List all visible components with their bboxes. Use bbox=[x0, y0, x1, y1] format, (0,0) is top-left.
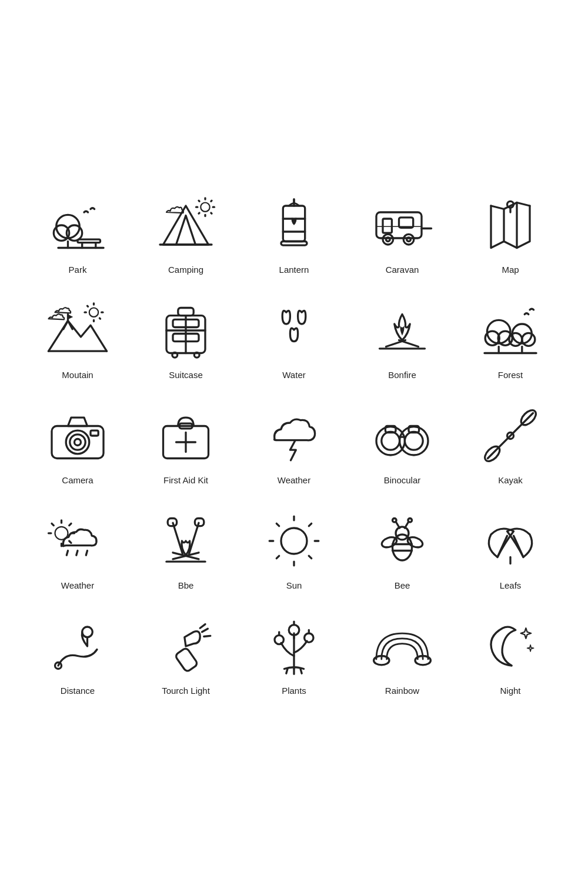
camera-icon bbox=[45, 403, 110, 468]
svg-line-99 bbox=[189, 523, 199, 554]
icon-item-weather-cloud: Weather bbox=[24, 497, 132, 596]
icon-item-plants: Plants bbox=[240, 602, 348, 701]
svg-line-93 bbox=[69, 541, 71, 543]
icon-item-rainbow: Rainbow bbox=[348, 602, 456, 701]
svg-point-127 bbox=[82, 627, 93, 637]
weather-cloud-icon bbox=[45, 509, 110, 573]
icon-item-map: Map bbox=[456, 181, 564, 280]
distance-label: Distance bbox=[61, 686, 95, 696]
bonfire-label: Bonfire bbox=[388, 370, 416, 380]
bbe-label: Bbe bbox=[178, 580, 194, 590]
rainbow-icon bbox=[370, 614, 435, 679]
weather-storm-icon bbox=[262, 403, 326, 468]
icon-item-camera: Camera bbox=[24, 392, 132, 491]
svg-line-131 bbox=[204, 636, 211, 636]
svg-point-70 bbox=[75, 439, 81, 445]
svg-rect-47 bbox=[178, 308, 193, 315]
icon-item-water: Water bbox=[240, 286, 348, 386]
svg-line-125 bbox=[514, 536, 524, 557]
svg-point-65 bbox=[522, 333, 535, 346]
icon-item-bbe: Bbe bbox=[132, 497, 240, 596]
sun-label: Sun bbox=[286, 580, 302, 590]
icon-item-park: Park bbox=[24, 181, 132, 280]
torch-icon bbox=[153, 614, 218, 679]
kayak-icon bbox=[478, 403, 543, 468]
icon-item-kayak: Kayak bbox=[456, 392, 564, 491]
svg-line-111 bbox=[309, 556, 311, 558]
camping-label: Camping bbox=[168, 265, 203, 275]
svg-line-118 bbox=[396, 522, 400, 528]
svg-line-92 bbox=[52, 523, 54, 525]
icon-item-sun: Sun bbox=[240, 497, 348, 596]
svg-point-37 bbox=[89, 308, 98, 316]
firstaid-icon bbox=[153, 403, 218, 468]
svg-line-94 bbox=[69, 523, 71, 525]
svg-line-96 bbox=[76, 550, 78, 555]
svg-line-17 bbox=[211, 201, 212, 201]
leafs-label: Leafs bbox=[500, 580, 522, 590]
bonfire-icon bbox=[370, 298, 435, 363]
svg-point-77 bbox=[382, 432, 400, 450]
icon-item-binocular: Binocular bbox=[348, 392, 456, 491]
camera-label: Camera bbox=[62, 475, 93, 485]
water-label: Water bbox=[282, 370, 305, 380]
svg-line-97 bbox=[86, 550, 87, 555]
map-icon bbox=[478, 193, 543, 258]
suitcase-icon bbox=[153, 298, 218, 363]
svg-line-83 bbox=[488, 413, 533, 458]
svg-point-139 bbox=[305, 633, 313, 642]
icon-item-bonfire: Bonfire bbox=[348, 286, 456, 386]
svg-point-31 bbox=[407, 237, 411, 241]
icon-item-firstaid: First Aid Kit bbox=[132, 392, 240, 491]
svg-line-132 bbox=[202, 629, 208, 632]
svg-point-122 bbox=[380, 535, 398, 549]
bee-icon bbox=[370, 509, 435, 573]
mountain-icon bbox=[45, 298, 110, 363]
svg-point-119 bbox=[393, 518, 397, 522]
icon-grid: Park Camp bbox=[0, 146, 588, 737]
svg-point-9 bbox=[201, 202, 209, 211]
lantern-icon bbox=[262, 193, 326, 258]
svg-line-56 bbox=[399, 340, 419, 346]
svg-point-69 bbox=[70, 434, 85, 449]
svg-line-43 bbox=[99, 318, 100, 319]
svg-marker-8 bbox=[163, 206, 209, 245]
svg-line-16 bbox=[199, 213, 199, 213]
svg-point-121 bbox=[408, 518, 412, 522]
rainbow-label: Rainbow bbox=[385, 686, 419, 696]
lantern-label: Lantern bbox=[279, 265, 309, 275]
svg-point-105 bbox=[281, 528, 307, 554]
svg-line-124 bbox=[497, 536, 507, 557]
leafs-icon bbox=[478, 509, 543, 573]
svg-point-117 bbox=[396, 526, 409, 539]
svg-point-53 bbox=[194, 352, 199, 358]
mountain-label: Moutain bbox=[62, 370, 93, 380]
forest-icon bbox=[478, 298, 543, 363]
svg-point-1 bbox=[56, 215, 80, 238]
bbe-icon bbox=[153, 509, 218, 573]
icon-item-lantern: Lantern bbox=[240, 181, 348, 280]
svg-point-28 bbox=[383, 234, 393, 245]
icon-item-bee: Bee bbox=[348, 497, 456, 596]
svg-line-98 bbox=[173, 523, 183, 554]
camping-icon bbox=[153, 193, 218, 258]
svg-point-52 bbox=[172, 352, 178, 358]
sun-icon bbox=[262, 509, 326, 573]
icon-item-suitcase: Suitcase bbox=[132, 286, 240, 386]
forest-label: Forest bbox=[498, 370, 523, 380]
svg-line-95 bbox=[66, 550, 68, 555]
suitcase-label: Suitcase bbox=[169, 370, 203, 380]
svg-line-143 bbox=[300, 669, 302, 673]
binocular-label: Binocular bbox=[384, 475, 421, 485]
svg-point-64 bbox=[509, 333, 522, 346]
kayak-label: Kayak bbox=[498, 475, 523, 485]
svg-line-120 bbox=[405, 522, 409, 528]
svg-line-15 bbox=[211, 213, 212, 213]
svg-line-112 bbox=[309, 523, 311, 526]
svg-rect-4 bbox=[78, 239, 101, 243]
night-icon bbox=[478, 614, 543, 679]
icon-item-distance: Distance bbox=[24, 602, 132, 701]
icon-item-caravan: Caravan bbox=[348, 181, 456, 280]
weather-storm-label: Weather bbox=[278, 475, 310, 485]
torch-label: Tourch Light bbox=[162, 686, 210, 696]
